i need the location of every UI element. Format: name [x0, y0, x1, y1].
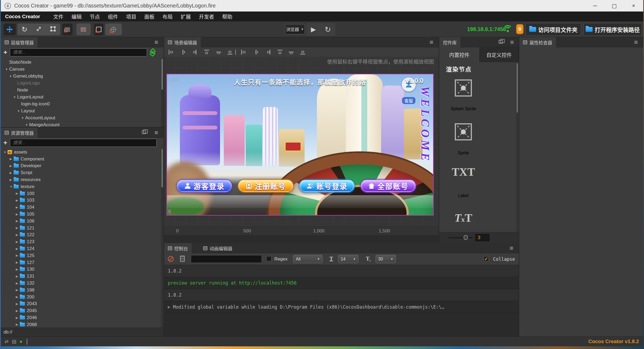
- rotate-tool-button[interactable]: ↻: [22, 25, 28, 34]
- align-icon-11[interactable]: [300, 50, 305, 55]
- tree-arrow-icon[interactable]: ▶: [16, 199, 20, 202]
- anchor-mode-button[interactable]: [76, 24, 91, 35]
- folder-row[interactable]: ▶100: [1, 190, 160, 197]
- tree-node[interactable]: ▼GameLobbybg: [1, 73, 160, 80]
- tree-arrow-icon[interactable]: ▶: [16, 288, 20, 292]
- assets-search-input[interactable]: [10, 139, 157, 147]
- log-expand-icon[interactable]: ▶: [168, 305, 170, 309]
- widget-item-sprite[interactable]: [439, 123, 487, 142]
- panel-menu-icon[interactable]: ≡: [428, 39, 435, 45]
- align-icon-8[interactable]: [266, 50, 270, 55]
- tree-arrow-icon[interactable]: ▶: [16, 233, 20, 237]
- line-count-dropdown[interactable]: 30▼: [376, 255, 396, 263]
- folder-row[interactable]: ▶130: [1, 266, 160, 273]
- link-icon[interactable]: [148, 48, 157, 57]
- tree-node[interactable]: ▼LogonLayout: [1, 94, 160, 101]
- align-icon-7[interactable]: [254, 50, 259, 55]
- tree-arrow-icon[interactable]: ▶: [16, 226, 20, 230]
- tree-arrow-icon[interactable]: ▶: [16, 282, 20, 285]
- tree-arrow-icon[interactable]: ▶: [16, 295, 20, 299]
- clear-console-button[interactable]: [168, 256, 174, 262]
- widget-zoom-value[interactable]: 3: [475, 234, 489, 241]
- tree-arrow-icon[interactable]: ▶: [10, 164, 14, 168]
- world-coord-button[interactable]: [105, 24, 122, 35]
- align-icon-2[interactable]: [192, 50, 196, 55]
- tree-arrow-icon[interactable]: ▼: [5, 68, 9, 71]
- align-icon-4[interactable]: [216, 50, 221, 55]
- open-project-folder-button[interactable]: 访问项目文件夹: [525, 23, 581, 36]
- menu-item-5[interactable]: 面板: [140, 13, 158, 20]
- hierarchy-search-input[interactable]: [10, 48, 147, 56]
- scale-tool-button[interactable]: [36, 26, 42, 33]
- align-icon-10[interactable]: [289, 50, 294, 55]
- tree-arrow-icon[interactable]: ▶: [16, 302, 20, 306]
- tree-arrow-icon[interactable]: ▶: [16, 268, 20, 271]
- log-row[interactable]: 1.8.2: [164, 265, 519, 277]
- sync-icon[interactable]: ⇄: [5, 339, 9, 344]
- log-row[interactable]: preview server running at http://localho…: [164, 277, 519, 289]
- folder-row[interactable]: ▶131: [1, 273, 160, 280]
- folder-row[interactable]: ▶104: [1, 204, 160, 211]
- tree-arrow-icon[interactable]: ▼: [9, 75, 13, 78]
- hierarchy-scrollbar[interactable]: [161, 58, 164, 127]
- tree-arrow-icon[interactable]: ▼: [10, 185, 14, 188]
- game-button-badge[interactable]: 注册账号: [238, 180, 293, 192]
- pivot-mode-button[interactable]: [62, 24, 73, 35]
- tree-arrow-icon[interactable]: ▶: [16, 219, 20, 223]
- folder-row[interactable]: ▶200: [1, 294, 160, 301]
- refresh-button[interactable]: ↻: [325, 25, 331, 34]
- tree-node[interactable]: ▼MangeAccount: [1, 121, 160, 127]
- panel-menu-icon[interactable]: ≡: [632, 39, 639, 45]
- tab-animation-editor[interactable]: 动画编辑器: [199, 243, 236, 253]
- panel-menu-icon[interactable]: ≡: [509, 39, 516, 45]
- panel-menu-icon[interactable]: ≡: [153, 39, 160, 45]
- tree-arrow-icon[interactable]: ▶: [16, 316, 20, 320]
- folder-row[interactable]: ▶132: [1, 280, 160, 287]
- scene-viewport[interactable]: 使用鼠标右键平移视窗焦点，使用滚轮缩放视图 1,000 0: [164, 57, 439, 226]
- play-button[interactable]: ▶: [311, 26, 316, 33]
- tree-node[interactable]: ▼Layout: [1, 108, 160, 114]
- widget-zoom-slider[interactable]: [449, 237, 473, 238]
- log-filter-dropdown[interactable]: All▼: [293, 255, 323, 263]
- minimize-button[interactable]: ─: [585, 0, 605, 11]
- log-stack-icon[interactable]: ▤: [12, 339, 16, 344]
- local-coord-button[interactable]: [94, 24, 104, 35]
- tree-arrow-icon[interactable]: ▶: [16, 254, 20, 257]
- widget-item-txt[interactable]: TxT: [439, 212, 487, 224]
- regex-checkbox[interactable]: [266, 256, 271, 261]
- tree-arrow-icon[interactable]: ▼: [3, 151, 7, 154]
- folder-row[interactable]: ▶125: [1, 252, 160, 259]
- tab-widget-library[interactable]: 控件库: [439, 37, 460, 47]
- menu-brand[interactable]: Cocos Creator: [5, 14, 40, 20]
- widget-item-label[interactable]: TXT: [439, 166, 487, 178]
- game-button-people[interactable]: 账号登录: [300, 180, 354, 192]
- menu-item-8[interactable]: 开发者: [195, 13, 218, 20]
- menu-item-9[interactable]: 帮助: [218, 13, 236, 20]
- notification-badge[interactable]: 0: [516, 24, 524, 34]
- folder-row[interactable]: ▶Component: [1, 156, 160, 163]
- tree-arrow-icon[interactable]: ▶: [16, 213, 20, 216]
- tab-inspector[interactable]: 属性检查器: [519, 37, 556, 47]
- tree-node[interactable]: LogonLogo: [1, 80, 160, 87]
- menu-item-0[interactable]: 文件: [49, 13, 67, 20]
- open-install-path-button[interactable]: 打开程序安装路径: [584, 23, 642, 36]
- folder-row[interactable]: ▶2046: [1, 314, 160, 321]
- rect-tool-button[interactable]: [50, 26, 56, 33]
- menu-item-1[interactable]: 编辑: [67, 13, 86, 20]
- font-size-dropdown[interactable]: 14▼: [338, 255, 358, 263]
- tree-arrow-icon[interactable]: ▶: [10, 178, 14, 182]
- folder-row[interactable]: ▼assets: [1, 149, 160, 156]
- collapse-checkbox[interactable]: ✓: [483, 256, 489, 262]
- popout-icon[interactable]: [499, 40, 503, 44]
- tree-arrow-icon[interactable]: ▼: [25, 123, 29, 126]
- folder-row[interactable]: ▶105: [1, 211, 160, 218]
- tree-arrow-icon[interactable]: ▶: [10, 157, 14, 161]
- tree-arrow-icon[interactable]: ▶: [16, 192, 20, 195]
- tree-node[interactable]: login-bg-icon0: [1, 101, 160, 108]
- maximize-button[interactable]: ▢: [605, 0, 624, 11]
- open-log-file-button[interactable]: [180, 256, 185, 262]
- menu-item-3[interactable]: 组件: [104, 13, 122, 20]
- preview-target-dropdown[interactable]: 浏览器 ▼: [285, 24, 305, 34]
- menu-item-7[interactable]: 扩展: [177, 13, 195, 20]
- folder-row[interactable]: ▶resources: [1, 176, 160, 183]
